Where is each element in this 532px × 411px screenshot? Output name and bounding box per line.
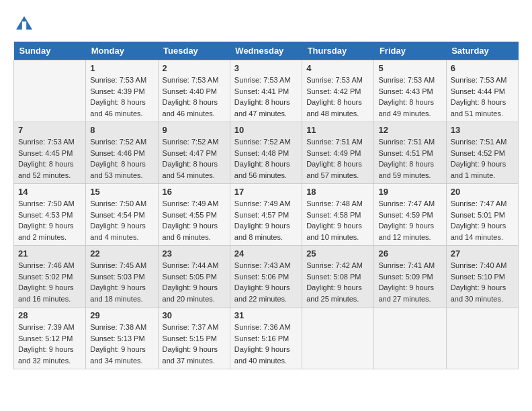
- day-number: 20: [451, 187, 514, 197]
- day-number: 1: [90, 63, 153, 73]
- sunset-text: Sunset: 4:40 PM: [163, 86, 226, 97]
- calendar-cell: 8Sunrise: 7:52 AMSunset: 4:46 PMDaylight…: [86, 122, 158, 184]
- calendar-cell: 4Sunrise: 7:53 AMSunset: 4:42 PMDaylight…: [302, 60, 374, 122]
- day-number: 15: [90, 187, 153, 197]
- calendar-cell: 6Sunrise: 7:53 AMSunset: 4:44 PMDaylight…: [446, 60, 518, 122]
- calendar-cell: 27Sunrise: 7:40 AMSunset: 5:10 PMDayligh…: [446, 246, 518, 308]
- sunrise-text: Sunrise: 7:38 AM: [90, 322, 153, 333]
- sunrise-text: Sunrise: 7:47 AM: [451, 198, 514, 210]
- sunset-text: Sunset: 5:16 PM: [234, 333, 298, 345]
- sunrise-text: Sunrise: 7:51 AM: [451, 136, 514, 148]
- sunset-text: Sunset: 4:45 PM: [18, 148, 81, 159]
- day-info: Sunrise: 7:51 AMSunset: 4:49 PMDaylight:…: [306, 136, 369, 181]
- calendar-header-row: SundayMondayTuesdayWednesdayThursdayFrid…: [14, 42, 519, 60]
- day-info: Sunrise: 7:52 AMSunset: 4:46 PMDaylight:…: [90, 136, 153, 181]
- sunset-text: Sunset: 5:15 PM: [163, 333, 226, 345]
- sunrise-text: Sunrise: 7:50 AM: [18, 198, 81, 210]
- day-number: 25: [306, 248, 369, 259]
- sunrise-text: Sunrise: 7:53 AM: [378, 75, 441, 86]
- day-info: Sunrise: 7:53 AMSunset: 4:45 PMDaylight:…: [18, 136, 81, 181]
- calendar-week-row: 1Sunrise: 7:53 AMSunset: 4:39 PMDaylight…: [14, 60, 519, 122]
- sunset-text: Sunset: 5:05 PM: [163, 271, 226, 283]
- calendar-cell: 19Sunrise: 7:47 AMSunset: 4:59 PMDayligh…: [374, 184, 446, 246]
- day-number: 10: [234, 125, 298, 135]
- day-info: Sunrise: 7:51 AMSunset: 4:51 PMDaylight:…: [378, 136, 441, 181]
- daylight-text: Daylight: 9 hours and 8 minutes.: [234, 220, 298, 242]
- calendar-cell: 12Sunrise: 7:51 AMSunset: 4:51 PMDayligh…: [374, 122, 446, 184]
- daylight-text: Daylight: 9 hours and 20 minutes.: [163, 282, 226, 304]
- calendar-cell: 7Sunrise: 7:53 AMSunset: 4:45 PMDaylight…: [14, 122, 86, 184]
- calendar-cell: 17Sunrise: 7:49 AMSunset: 4:57 PMDayligh…: [230, 184, 302, 246]
- daylight-text: Daylight: 9 hours and 16 minutes.: [18, 282, 81, 304]
- calendar-cell: [446, 308, 518, 369]
- day-number: 14: [18, 187, 81, 197]
- sunset-text: Sunset: 5:06 PM: [234, 271, 298, 283]
- calendar-table: SundayMondayTuesdayWednesdayThursdayFrid…: [13, 42, 519, 369]
- sunset-text: Sunset: 5:02 PM: [18, 271, 81, 283]
- calendar-cell: 24Sunrise: 7:43 AMSunset: 5:06 PMDayligh…: [230, 246, 302, 308]
- header-sunday: Sunday: [14, 42, 86, 60]
- sunset-text: Sunset: 4:44 PM: [451, 86, 514, 97]
- daylight-text: Daylight: 8 hours and 46 minutes.: [163, 97, 226, 119]
- calendar-cell: 11Sunrise: 7:51 AMSunset: 4:49 PMDayligh…: [302, 122, 374, 184]
- calendar-cell: 26Sunrise: 7:41 AMSunset: 5:09 PMDayligh…: [374, 246, 446, 308]
- daylight-text: Daylight: 9 hours and 6 minutes.: [163, 220, 226, 242]
- header-saturday: Saturday: [446, 42, 518, 60]
- calendar-cell: 29Sunrise: 7:38 AMSunset: 5:13 PMDayligh…: [86, 308, 158, 369]
- daylight-text: Daylight: 9 hours and 37 minutes.: [163, 344, 226, 366]
- calendar-week-row: 14Sunrise: 7:50 AMSunset: 4:53 PMDayligh…: [14, 184, 519, 246]
- daylight-text: Daylight: 9 hours and 2 minutes.: [18, 220, 81, 242]
- sunset-text: Sunset: 4:46 PM: [90, 148, 153, 159]
- header-tuesday: Tuesday: [158, 42, 230, 60]
- calendar-cell: 13Sunrise: 7:51 AMSunset: 4:52 PMDayligh…: [446, 122, 518, 184]
- sunset-text: Sunset: 4:49 PM: [306, 148, 369, 159]
- sunrise-text: Sunrise: 7:49 AM: [163, 198, 226, 210]
- sunrise-text: Sunrise: 7:42 AM: [306, 260, 369, 271]
- sunrise-text: Sunrise: 7:53 AM: [306, 75, 369, 86]
- daylight-text: Daylight: 9 hours and 34 minutes.: [90, 344, 153, 366]
- sunrise-text: Sunrise: 7:53 AM: [163, 75, 226, 86]
- daylight-text: Daylight: 8 hours and 51 minutes.: [451, 97, 514, 119]
- sunset-text: Sunset: 4:41 PM: [234, 86, 298, 97]
- sunset-text: Sunset: 4:58 PM: [306, 210, 369, 221]
- header-wednesday: Wednesday: [230, 42, 302, 60]
- day-info: Sunrise: 7:47 AMSunset: 5:01 PMDaylight:…: [451, 198, 514, 242]
- sunset-text: Sunset: 4:39 PM: [90, 86, 153, 97]
- day-info: Sunrise: 7:43 AMSunset: 5:06 PMDaylight:…: [234, 260, 298, 304]
- day-info: Sunrise: 7:52 AMSunset: 4:47 PMDaylight:…: [163, 136, 226, 181]
- day-info: Sunrise: 7:53 AMSunset: 4:39 PMDaylight:…: [90, 75, 153, 119]
- sunrise-text: Sunrise: 7:45 AM: [90, 260, 153, 271]
- sunrise-text: Sunrise: 7:37 AM: [163, 322, 226, 333]
- daylight-text: Daylight: 9 hours and 1 minute.: [451, 158, 514, 181]
- day-number: 27: [451, 248, 514, 259]
- daylight-text: Daylight: 9 hours and 30 minutes.: [451, 282, 514, 304]
- logo: [13, 13, 38, 35]
- day-number: 24: [234, 248, 298, 259]
- sunrise-text: Sunrise: 7:44 AM: [163, 260, 226, 271]
- sunrise-text: Sunrise: 7:47 AM: [378, 198, 441, 210]
- day-info: Sunrise: 7:50 AMSunset: 4:54 PMDaylight:…: [90, 198, 153, 242]
- daylight-text: Daylight: 9 hours and 14 minutes.: [451, 220, 514, 242]
- day-number: 13: [451, 125, 514, 135]
- daylight-text: Daylight: 9 hours and 12 minutes.: [378, 220, 441, 242]
- sunrise-text: Sunrise: 7:43 AM: [234, 260, 298, 271]
- sunset-text: Sunset: 4:55 PM: [163, 210, 226, 221]
- day-number: 16: [163, 187, 226, 197]
- sunrise-text: Sunrise: 7:36 AM: [234, 322, 298, 333]
- day-number: 28: [18, 310, 81, 320]
- sunrise-text: Sunrise: 7:51 AM: [378, 136, 441, 148]
- daylight-text: Daylight: 9 hours and 32 minutes.: [18, 344, 81, 366]
- sunset-text: Sunset: 4:43 PM: [378, 86, 441, 97]
- day-number: 22: [90, 248, 153, 259]
- day-info: Sunrise: 7:53 AMSunset: 4:40 PMDaylight:…: [163, 75, 226, 119]
- daylight-text: Daylight: 8 hours and 46 minutes.: [90, 97, 153, 119]
- calendar-cell: [302, 308, 374, 369]
- sunrise-text: Sunrise: 7:53 AM: [90, 75, 153, 86]
- day-number: 8: [90, 125, 153, 135]
- sunset-text: Sunset: 4:54 PM: [90, 210, 153, 221]
- sunset-text: Sunset: 4:57 PM: [234, 210, 298, 221]
- day-info: Sunrise: 7:41 AMSunset: 5:09 PMDaylight:…: [378, 260, 441, 304]
- day-info: Sunrise: 7:47 AMSunset: 4:59 PMDaylight:…: [378, 198, 441, 242]
- sunset-text: Sunset: 4:52 PM: [451, 148, 514, 159]
- day-number: 23: [163, 248, 226, 259]
